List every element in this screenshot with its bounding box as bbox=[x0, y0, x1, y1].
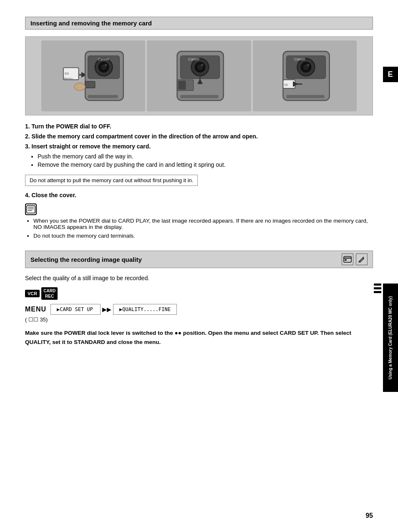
note-2: Do not touch the memory card terminals. bbox=[33, 233, 373, 239]
note-section: When you set the POWER dial to CARD PLAY… bbox=[25, 203, 373, 239]
camera-illustration-1: SD Memory Canon bbox=[41, 40, 146, 111]
step-3: 3. Insert straight or remove the memory … bbox=[25, 143, 373, 150]
section2-heading: Selecting the recording image quality bbox=[25, 251, 373, 268]
pencil-icon bbox=[356, 253, 368, 265]
svg-point-32 bbox=[307, 64, 309, 66]
double-arrow: ▶▶ bbox=[102, 306, 111, 313]
menu-ref: ( ☐☐ 35) bbox=[25, 316, 373, 323]
svg-rect-39 bbox=[27, 206, 35, 213]
badge-row: VCR CARD REC bbox=[25, 287, 373, 300]
side-decorative-lines bbox=[374, 284, 381, 293]
side-line-1 bbox=[374, 284, 381, 286]
bullet-list: Push the memory card all the way in. Rem… bbox=[38, 153, 373, 168]
quality-intro: Select the quality of a still image to b… bbox=[25, 275, 373, 281]
side-tab-e: E bbox=[383, 67, 398, 82]
section1: Inserting and removing the memory card S… bbox=[25, 17, 373, 239]
menu-box-1: ▶CARD SET UP bbox=[50, 304, 101, 315]
section-icons bbox=[342, 253, 368, 265]
menu-label: MENU bbox=[25, 306, 46, 313]
bottom-bold-text: Make sure the POWER dial lock lever is s… bbox=[25, 329, 373, 346]
bullet-2: Remove the memory card by pushing the ca… bbox=[38, 161, 373, 168]
page-number: 95 bbox=[365, 512, 373, 519]
svg-line-46 bbox=[363, 257, 364, 258]
step-4: 4. Close the cover. bbox=[25, 192, 373, 198]
svg-rect-38 bbox=[286, 95, 325, 98]
camera-illustrations: SD Memory Canon bbox=[25, 36, 373, 115]
side-tab-letter: E bbox=[388, 70, 393, 78]
svg-rect-13 bbox=[88, 95, 118, 98]
svg-rect-43 bbox=[344, 256, 351, 262]
warning-box: Do not attempt to pull the memory card o… bbox=[25, 175, 198, 186]
svg-point-20 bbox=[201, 64, 203, 66]
svg-text:SD: SD bbox=[64, 72, 69, 75]
note-1: When you set the POWER dial to CARD PLAY… bbox=[33, 218, 373, 230]
side-vertical-text: Using a Memory Card (ELURA20 MC only) bbox=[383, 284, 398, 392]
step-2: 2. Slide the memory card compartment cov… bbox=[25, 133, 373, 140]
note-icon bbox=[25, 203, 37, 215]
side-line-3 bbox=[374, 291, 381, 293]
camera-illustration-3: Canon SD bbox=[253, 40, 357, 111]
svg-rect-23 bbox=[178, 81, 186, 90]
page-container: E Using a Memory Card (ELURA20 MC only) … bbox=[0, 0, 398, 532]
bullet-1: Push the memory card all the way in. bbox=[38, 153, 373, 160]
step-1: 1. Turn the POWER dial to OFF. bbox=[25, 123, 373, 130]
svg-text:SD: SD bbox=[284, 83, 288, 86]
note-bullets: When you set the POWER dial to CARD PLAY… bbox=[33, 218, 373, 239]
svg-text:Canon: Canon bbox=[188, 57, 199, 61]
camera-illustration-2: Canon bbox=[147, 40, 251, 111]
menu-box-2: ▶QUALITY.....FINE bbox=[113, 304, 177, 315]
vcr-badge: VCR bbox=[25, 290, 40, 297]
section1-heading: Inserting and removing the memory card bbox=[25, 17, 373, 30]
svg-text:Canon: Canon bbox=[294, 57, 305, 61]
svg-rect-11 bbox=[85, 81, 95, 88]
side-line-2 bbox=[374, 287, 381, 289]
card-rec-badge: CARD REC bbox=[41, 287, 58, 300]
svg-rect-45 bbox=[345, 259, 347, 261]
svg-rect-26 bbox=[181, 95, 219, 98]
menu-row: MENU ▶CARD SET UP ▶▶ ▶QUALITY.....FINE bbox=[25, 304, 373, 315]
svg-point-14 bbox=[74, 83, 85, 90]
card-icon bbox=[342, 253, 353, 265]
svg-line-48 bbox=[358, 261, 359, 263]
svg-text:Memory: Memory bbox=[64, 77, 73, 80]
section2: Selecting the recording image quality bbox=[25, 251, 373, 346]
steps-container: 1. Turn the POWER dial to OFF. 2. Slide … bbox=[25, 123, 373, 150]
svg-text:Canon: Canon bbox=[98, 57, 109, 61]
svg-point-10 bbox=[105, 64, 107, 66]
